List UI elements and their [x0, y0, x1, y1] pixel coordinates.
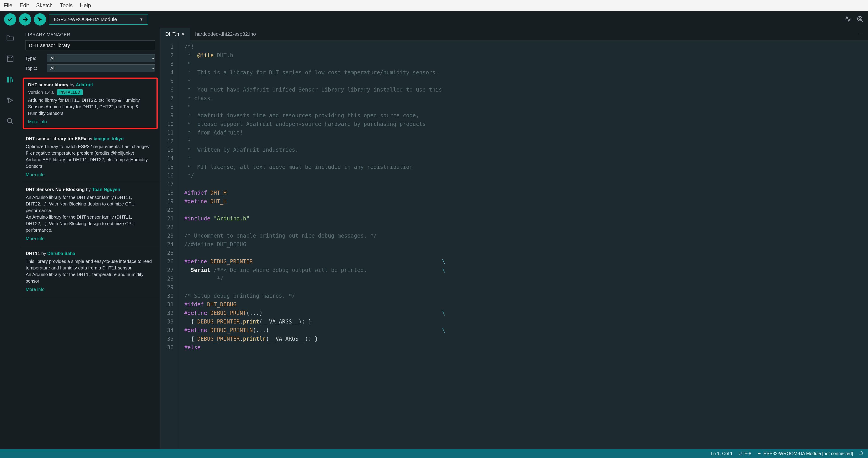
code-line[interactable]: /* Uncomment to enable printing out nice…: [184, 231, 445, 240]
filter-topic-select[interactable]: All: [47, 64, 155, 72]
line-number: 34: [167, 326, 174, 335]
serial-monitor-button[interactable]: [856, 15, 864, 24]
code-line[interactable]: *: [184, 103, 445, 111]
code-line[interactable]: #else: [184, 343, 445, 352]
close-icon[interactable]: ✕: [181, 31, 185, 37]
activity-bar: [0, 28, 20, 449]
code-line[interactable]: #define DHT_H: [184, 197, 445, 206]
books-icon: [6, 75, 14, 84]
code-line[interactable]: #define DEBUG_PRINTLN(...) \: [184, 326, 445, 335]
code-line[interactable]: [184, 206, 445, 214]
code-line[interactable]: #define DEBUG_PRINT(...) \: [184, 309, 445, 317]
library-item[interactable]: DHT Sensors Non-Blocking by Toan NguyenA…: [20, 182, 160, 246]
activity-search[interactable]: [5, 116, 15, 126]
line-number: 1: [167, 42, 174, 51]
more-info-link[interactable]: More info: [26, 286, 155, 293]
line-number: 21: [167, 214, 174, 223]
svg-rect-11: [758, 453, 761, 454]
filter-type-select[interactable]: All: [47, 55, 155, 62]
tab-overflow-button[interactable]: ···: [853, 32, 868, 36]
line-number: 22: [167, 223, 174, 231]
menu-edit[interactable]: Edit: [20, 2, 29, 8]
code-line[interactable]: * class.: [184, 94, 445, 103]
code-line[interactable]: Serial /**< Define where debug output wi…: [184, 266, 445, 275]
code-line[interactable]: #ifdef DHT_DEBUG: [184, 300, 445, 309]
serial-plotter-button[interactable]: [844, 15, 852, 24]
library-list[interactable]: DHT sensor library by AdafruitVersion 1.…: [20, 75, 160, 449]
code-line[interactable]: [184, 180, 445, 189]
line-number: 23: [167, 231, 174, 240]
activity-boards-manager[interactable]: [5, 54, 15, 64]
code-line[interactable]: [184, 283, 445, 292]
code-line[interactable]: #define DEBUG_PRINTER \: [184, 257, 445, 266]
more-info-link[interactable]: More info: [28, 118, 152, 125]
library-name: DHT Sensors Non-Blocking: [26, 187, 85, 192]
activity-debug[interactable]: [5, 95, 15, 105]
code-line[interactable]: * Adafruit invests time and resources pr…: [184, 111, 445, 120]
svg-point-3: [858, 17, 862, 21]
code-line[interactable]: { DEBUG_PRINTER.println(__VA_ARGS__); }: [184, 335, 445, 343]
code-line[interactable]: *: [184, 60, 445, 68]
menu-sketch[interactable]: Sketch: [36, 2, 53, 8]
line-number: 19: [167, 197, 174, 206]
code-line[interactable]: *: [184, 77, 445, 85]
line-number: 2: [167, 51, 174, 60]
line-number: 13: [167, 146, 174, 154]
activity-sketchbook[interactable]: [5, 33, 15, 43]
notifications-button[interactable]: [859, 451, 864, 456]
code-content[interactable]: /*! * @file DHT.h * * This is a library …: [178, 40, 452, 449]
library-item[interactable]: DHT11 by Dhruba SahaThis library provide…: [20, 246, 160, 297]
code-line[interactable]: */: [184, 275, 445, 283]
code-line[interactable]: * Written by Adafruit Industries.: [184, 146, 445, 154]
code-line[interactable]: * please support Adafruit andopen-source…: [184, 120, 445, 128]
line-number: 33: [167, 317, 174, 326]
tab-dht-h[interactable]: DHT.h ✕: [160, 28, 190, 40]
more-info-link[interactable]: More info: [26, 171, 155, 178]
code-line[interactable]: { DEBUG_PRINTER.print(__VA_ARGS__); }: [184, 317, 445, 326]
tab-hardcoded-ino[interactable]: hardcoded-dht22-esp32.ino: [190, 28, 261, 40]
board-selector[interactable]: ESP32-WROOM-DA Module ▼: [49, 14, 148, 25]
main-area: LIBRARY MANAGER Type: All Topic: All DHT…: [0, 28, 868, 449]
activity-library-manager[interactable]: [5, 75, 15, 85]
library-name: DHT11: [26, 251, 40, 256]
code-editor[interactable]: 1234567891011121314151617181920212223242…: [160, 40, 868, 449]
library-search-input[interactable]: [25, 40, 155, 50]
pulse-icon: [844, 15, 852, 23]
code-line[interactable]: *: [184, 137, 445, 146]
board-icon: [6, 55, 14, 63]
code-line[interactable]: #ifndef DHT_H: [184, 189, 445, 197]
code-line[interactable]: * You must have Adafruit Unified Sensor …: [184, 85, 445, 94]
svg-marker-1: [39, 18, 42, 21]
menu-file[interactable]: File: [4, 2, 12, 8]
debug-button[interactable]: [34, 13, 46, 26]
code-line[interactable]: [184, 249, 445, 257]
status-board[interactable]: ESP32-WROOM-DA Module [not connected]: [757, 451, 853, 456]
more-info-link[interactable]: More info: [26, 235, 155, 242]
library-version: Version 1.4.6: [28, 89, 55, 96]
filter-topic-label: Topic:: [25, 66, 43, 71]
library-description: Optimized libray to match ESP32 requirem…: [26, 143, 155, 170]
code-line[interactable]: #include "Arduino.h": [184, 214, 445, 223]
code-line[interactable]: *: [184, 154, 445, 163]
svg-point-9: [7, 118, 11, 122]
line-number: 20: [167, 206, 174, 214]
code-line[interactable]: * MIT license, all text above must be in…: [184, 163, 445, 171]
verify-button[interactable]: [4, 13, 16, 26]
code-line[interactable]: /* Setup debug printing macros. */: [184, 292, 445, 300]
code-line[interactable]: * This is a library for DHT series of lo…: [184, 68, 445, 77]
status-encoding[interactable]: UTF-8: [738, 451, 751, 456]
upload-button[interactable]: [19, 13, 31, 26]
editor-area: DHT.h ✕ hardcoded-dht22-esp32.ino ··· 12…: [160, 28, 868, 449]
menu-help[interactable]: Help: [80, 2, 91, 8]
code-line[interactable]: * from Adafruit!: [184, 128, 445, 137]
library-item[interactable]: DHT sensor library by AdafruitVersion 1.…: [23, 78, 158, 129]
library-item[interactable]: DHT sensor library for ESPx by beegee_to…: [20, 131, 160, 182]
status-cursor-position[interactable]: Ln 1, Col 1: [711, 451, 733, 456]
code-line[interactable]: */: [184, 171, 445, 180]
code-line[interactable]: //#define DHT_DEBUG: [184, 240, 445, 249]
code-line[interactable]: [184, 223, 445, 231]
code-line[interactable]: /*!: [184, 42, 445, 51]
menu-tools[interactable]: Tools: [60, 2, 72, 8]
code-line[interactable]: * @file DHT.h: [184, 51, 445, 60]
statusbar: Ln 1, Col 1 UTF-8 ESP32-WROOM-DA Module …: [0, 449, 868, 458]
